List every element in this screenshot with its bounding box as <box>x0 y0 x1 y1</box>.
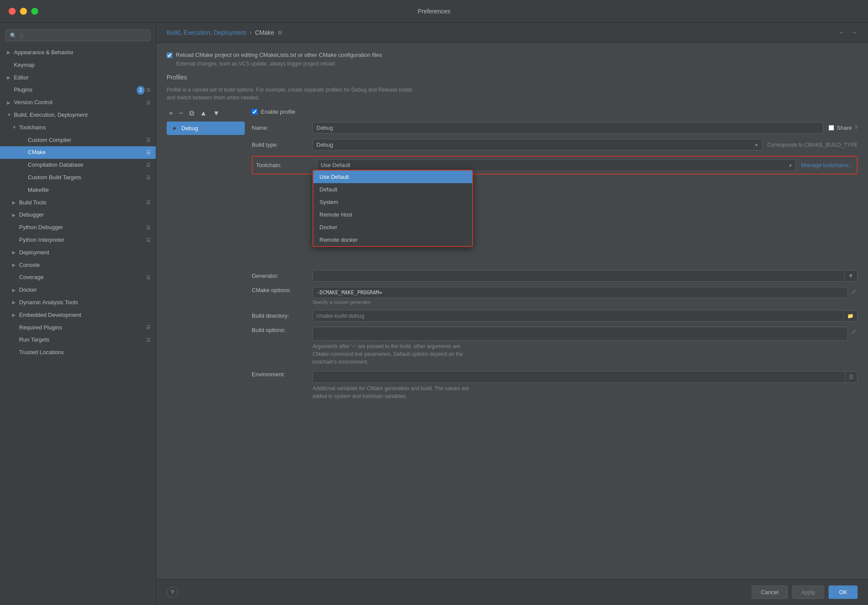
cmake-options-expand-button[interactable]: ⤢ <box>850 287 858 296</box>
cmake-profile-icon <box>171 124 178 132</box>
build-type-label: Build type: <box>252 141 312 148</box>
plugins-badge: 2 <box>137 86 145 95</box>
sidebar-item-keymap[interactable]: Keymap <box>0 59 156 72</box>
build-directory-input[interactable] <box>312 310 844 322</box>
environment-browse-button[interactable]: ☰ <box>845 372 858 383</box>
environment-input[interactable] <box>312 371 845 383</box>
nav-forward-button[interactable]: → <box>851 29 858 36</box>
sidebar-item-required-plugins[interactable]: Required Plugins ☰ <box>0 322 156 334</box>
sidebar-item-run-targets[interactable]: Run Targets ☰ <box>0 334 156 346</box>
sidebar-item-plugins[interactable]: Plugins 2 ☰ <box>0 84 156 96</box>
expand-arrow-vc: ▶ <box>7 99 12 106</box>
reload-checkbox[interactable] <box>167 53 172 58</box>
dropdown-item-remote-host[interactable]: Remote Host <box>313 208 472 221</box>
footer: ? Cancel Apply OK <box>156 579 868 605</box>
sidebar-item-toolchains[interactable]: ▼ Toolchains <box>0 122 156 134</box>
dropdown-item-use-default[interactable]: Use Default <box>313 171 472 183</box>
sidebar-item-makefile[interactable]: Makefile <box>0 184 156 197</box>
build-type-select[interactable]: Debug Release RelWithDebInfo MinSizeRel <box>312 139 762 151</box>
sidebar-item-compilation-db[interactable]: Compilation Database ☰ <box>0 159 156 171</box>
copy-profile-button[interactable]: ⧉ <box>187 109 196 118</box>
sidebar-item-python-interpreter[interactable]: Python Interpreter ☰ <box>0 234 156 247</box>
help-button[interactable]: ? <box>167 587 178 598</box>
dropdown-item-default[interactable]: Default <box>313 183 472 196</box>
sidebar-item-build-tools[interactable]: ▶ Build Tools ☰ <box>0 197 156 209</box>
sidebar-item-deployment[interactable]: ▶ Deployment <box>0 247 156 259</box>
share-help-icon[interactable]: ? <box>855 125 858 131</box>
build-options-input[interactable] <box>312 327 848 341</box>
build-options-hint: Arguments after '--' are passed to the b… <box>312 342 858 366</box>
generator-dropdown-button[interactable]: ▼ <box>845 270 858 282</box>
maximize-button[interactable] <box>31 8 38 15</box>
custom-build-settings-icon: ☰ <box>146 174 151 182</box>
sidebar-item-python-debugger[interactable]: Python Debugger ☰ <box>0 221 156 234</box>
dropdown-item-system[interactable]: System <box>313 196 472 208</box>
manage-toolchains-link[interactable]: Manage toolchains... <box>801 162 853 168</box>
expand-arrow-editor: ▶ <box>7 74 12 81</box>
add-profile-button[interactable]: + <box>167 109 175 118</box>
sidebar-item-dynamic-analysis[interactable]: ▶ Dynamic Analysis Tools <box>0 296 156 309</box>
breadcrumb-grid-icon: ⊞ <box>278 30 282 36</box>
custom-compiler-settings-icon: ☰ <box>146 136 151 144</box>
sidebar-label-dynamic-analysis: Dynamic Analysis Tools <box>19 298 78 307</box>
cancel-button[interactable]: Cancel <box>752 585 787 599</box>
remove-profile-button[interactable]: − <box>177 109 185 118</box>
build-options-row: Build options: ⤢ Arguments after '--' ar… <box>252 327 858 366</box>
sidebar-item-docker[interactable]: ▶ Docker <box>0 284 156 296</box>
run-targets-settings-icon: ☰ <box>146 336 151 344</box>
expand-arrow-deployment: ▶ <box>12 249 17 256</box>
sidebar-item-appearance[interactable]: ▶ Appearance & Behavior <box>0 46 156 59</box>
dropdown-item-docker[interactable]: Docker <box>313 221 472 233</box>
sidebar-item-embedded-dev[interactable]: ▶ Embedded Development <box>0 309 156 322</box>
sidebar-item-debugger[interactable]: ▶ Debugger <box>0 209 156 221</box>
sidebar-item-build-exec[interactable]: ▼ Build, Execution, Deployment <box>0 109 156 122</box>
sidebar-item-trusted-locations[interactable]: Trusted Locations <box>0 346 156 359</box>
minimize-button[interactable] <box>20 8 27 15</box>
sidebar-item-custom-compiler[interactable]: Custom Compiler ☰ <box>0 134 156 147</box>
move-up-button[interactable]: ▲ <box>198 109 209 118</box>
search-box[interactable]: 🔍 Q... <box>5 30 151 41</box>
build-options-expand-button[interactable]: ⤢ <box>850 327 858 336</box>
cmake-options-area: Specify a custom generator. <box>312 287 848 305</box>
sidebar-label-appearance: Appearance & Behavior <box>14 48 73 57</box>
breadcrumb-separator: › <box>250 29 252 36</box>
content-header: Build, Execution, Deployment › CMake ⊞ ←… <box>156 23 868 43</box>
generator-input[interactable] <box>312 270 845 282</box>
breadcrumb-parent[interactable]: Build, Execution, Deployment <box>167 29 246 36</box>
sidebar-label-custom-build-targets: Custom Build Targets <box>28 173 81 182</box>
name-input[interactable]: Debug <box>312 122 823 134</box>
sidebar-label-console: Console <box>19 261 40 270</box>
footer-left: ? <box>167 587 178 598</box>
sidebar-label-docker: Docker <box>19 286 37 295</box>
nav-back-button[interactable]: ← <box>838 29 845 36</box>
close-button[interactable] <box>9 8 16 15</box>
ok-button[interactable]: OK <box>829 585 858 599</box>
sidebar-item-cmake[interactable]: CMake ☰ <box>0 146 156 159</box>
sidebar-item-custom-build-targets[interactable]: Custom Build Targets ☰ <box>0 171 156 184</box>
cmake-options-input[interactable] <box>312 287 848 298</box>
build-directory-browse-button[interactable]: 📁 <box>844 310 858 322</box>
dropdown-item-remote-docker[interactable]: Remote docker <box>313 233 472 246</box>
enable-profile-checkbox[interactable] <box>252 109 257 115</box>
vc-settings-icon: ☰ <box>146 99 151 107</box>
content-area: Build, Execution, Deployment › CMake ⊞ ←… <box>156 23 868 605</box>
sidebar-label-trusted-locations: Trusted Locations <box>19 348 64 357</box>
sidebar-label-python-interpreter: Python Interpreter <box>19 236 64 245</box>
build-tools-settings-icon: ☰ <box>146 199 151 207</box>
sidebar-item-version-control[interactable]: ▶ Version Control ☰ <box>0 96 156 109</box>
footer-right: Cancel Apply OK <box>752 585 858 599</box>
profile-item-debug[interactable]: Debug <box>167 122 245 135</box>
share-checkbox[interactable] <box>829 125 834 131</box>
build-directory-label: Build directory: <box>252 312 312 319</box>
move-down-button[interactable]: ▼ <box>211 109 222 118</box>
profile-area: + − ⧉ ▲ ▼ Debug <box>167 109 858 405</box>
toolchain-select[interactable]: Use Default Default System Remote Host D… <box>317 159 796 171</box>
header-nav: ← → <box>838 29 858 36</box>
build-directory-row: Build directory: 📁 <box>252 310 858 322</box>
sidebar-item-coverage[interactable]: Coverage ☰ <box>0 271 156 284</box>
environment-hint: Additional variables for CMake generatio… <box>312 385 858 400</box>
apply-button[interactable]: Apply <box>792 585 825 599</box>
reload-label: Reload CMake project on editing CMakeLis… <box>176 52 382 58</box>
sidebar-item-console[interactable]: ▶ Console <box>0 259 156 272</box>
sidebar-item-editor[interactable]: ▶ Editor <box>0 72 156 84</box>
